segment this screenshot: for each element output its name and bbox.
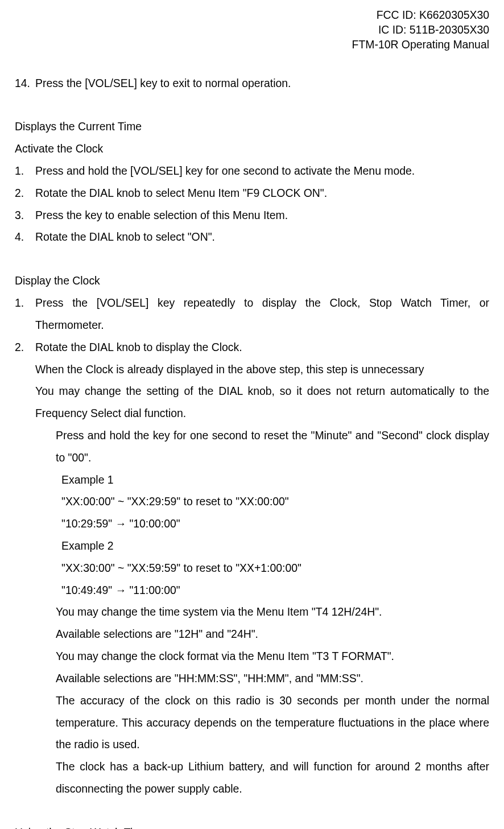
- example-2-line-1: "XX:30:00" ~ "XX:59:59" to reset to "XX+…: [61, 557, 489, 579]
- display-note-already: When the Clock is already displayed in t…: [35, 358, 489, 381]
- subsection-activate-clock: Activate the Clock: [15, 138, 489, 160]
- display-note-dial: You may change the setting of the DIAL k…: [35, 380, 489, 424]
- example-1-label: Example 1: [61, 469, 489, 491]
- step-number: 1.: [15, 292, 35, 336]
- step-text: Rotate the DIAL knob to select Menu Item…: [35, 182, 489, 204]
- section-heading-displays-time: Displays the Current Time: [15, 116, 489, 138]
- step-text: Rotate the DIAL knob to display the Cloc…: [35, 336, 489, 358]
- display-step-2: 2. Rotate the DIAL knob to display the C…: [15, 336, 489, 358]
- time-system-note: You may change the time system via the M…: [56, 601, 489, 623]
- step-text: Press the [VOL/SEL] key to exit to norma…: [35, 72, 489, 94]
- reset-note: Press and hold the key for one second to…: [56, 424, 489, 469]
- accuracy-note: The accuracy of the clock on this radio …: [56, 690, 489, 756]
- example-1-line-2: "10:29:59" → "10:00:00": [61, 513, 489, 535]
- example-2-line-2: "10:49:49" → "11:00:00": [61, 579, 489, 601]
- clock-format-options: Available selections are "HH:MM:SS", "HH…: [56, 667, 489, 690]
- clock-format-note: You may change the clock format via the …: [56, 645, 489, 667]
- step-text: Rotate the DIAL knob to select "ON".: [35, 226, 489, 248]
- display-step-1: 1. Press the [VOL/SEL] key repeatedly to…: [15, 292, 489, 336]
- document-header: FCC ID: K6620305X30 IC ID: 511B-20305X30…: [15, 7, 489, 52]
- step-number: 4.: [15, 226, 35, 248]
- step-text: Press the [VOL/SEL] key repeatedly to di…: [35, 292, 489, 336]
- ic-id-line: IC ID: 511B-20305X30: [15, 22, 489, 37]
- battery-note: The clock has a back-up Lithium battery,…: [56, 756, 489, 800]
- example-2-label: Example 2: [61, 535, 489, 557]
- step-text: Press and hold the [VOL/SEL] key for one…: [35, 160, 489, 182]
- example-1-line-1: "XX:00:00" ~ "XX:29:59" to reset to "XX:…: [61, 490, 489, 513]
- manual-name-line: FTM-10R Operating Manual: [15, 37, 489, 52]
- step-14: 14. Press the [VOL/SEL] key to exit to n…: [15, 72, 489, 94]
- fcc-id-line: FCC ID: K6620305X30: [15, 7, 489, 22]
- activate-step-3: 3. Press the key to enable selection of …: [15, 204, 489, 226]
- document-body: 14. Press the [VOL/SEL] key to exit to n…: [15, 72, 489, 829]
- step-number: 2.: [15, 182, 35, 204]
- step-number: 14.: [15, 72, 35, 94]
- activate-step-2: 2. Rotate the DIAL knob to select Menu I…: [15, 182, 489, 204]
- activate-step-1: 1. Press and hold the [VOL/SEL] key for …: [15, 160, 489, 182]
- subsection-display-clock: Display the Clock: [15, 270, 489, 292]
- step-number: 2.: [15, 336, 35, 358]
- activate-step-4: 4. Rotate the DIAL knob to select "ON".: [15, 226, 489, 248]
- section-heading-stopwatch: Using the Stop Watch Timer: [15, 822, 489, 829]
- step-number: 3.: [15, 204, 35, 226]
- time-system-options: Available selections are "12H" and "24H"…: [56, 623, 489, 645]
- step-text: Press the key to enable selection of thi…: [35, 204, 489, 226]
- step-number: 1.: [15, 160, 35, 182]
